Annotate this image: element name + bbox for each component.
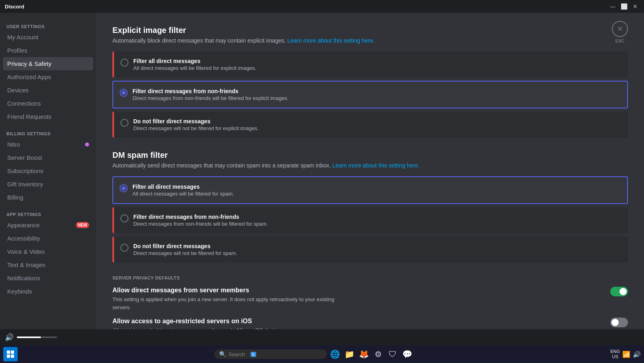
sidebar-label-billing: Billing xyxy=(7,194,23,201)
allow-dm-title: Allow direct messages from server member… xyxy=(112,287,337,294)
sidebar-item-nitro[interactable]: Nitro xyxy=(3,138,93,151)
sidebar-label-gift-inventory: Gift Inventory xyxy=(7,181,43,188)
explicit-option-non-friends-text: Filter direct messages from non-friends … xyxy=(132,88,289,101)
sidebar-item-authorized-apps[interactable]: Authorized Apps xyxy=(3,70,93,84)
svg-rect-1 xyxy=(11,351,14,354)
allow-dm-desc: This setting is applied when you join a … xyxy=(112,296,337,311)
maximize-button[interactable]: ⬜ xyxy=(620,2,628,10)
sidebar-item-profiles[interactable]: Profiles xyxy=(3,44,93,57)
allow-dm-toggle[interactable]: ✓ xyxy=(610,287,628,296)
explicit-filter-option-all[interactable]: Filter all direct messages All direct me… xyxy=(112,51,628,77)
taskbar-center: 🔍 Search b 🌐 📁 🦊 ⚙ 🛡 💬 xyxy=(214,348,414,361)
radio-spam-none xyxy=(120,244,128,252)
sidebar-item-privacy-safety[interactable]: Privacy & Safety xyxy=(3,57,93,70)
spam-option-all-text: Filter all direct messages All direct me… xyxy=(132,184,234,197)
taskbar-right: ENGUS 📶 🔊 xyxy=(610,349,641,359)
titlebar: Discord — ⬜ ✕ xyxy=(0,0,644,13)
spam-option-none-text: Do not filter direct messages Direct mes… xyxy=(133,243,237,256)
start-button[interactable] xyxy=(3,347,18,361)
sidebar-label-nitro: Nitro xyxy=(7,141,20,148)
dm-spam-link[interactable]: Learn more about this setting here. xyxy=(332,162,420,169)
explicit-filter-option-none[interactable]: Do not filter direct messages Direct mes… xyxy=(112,112,628,138)
main-content: ✕ ESC Explicit image filter Automaticall… xyxy=(96,13,644,329)
age-restricted-desc: After joining on desktop, view your serv… xyxy=(112,326,283,329)
explicit-filter-desc: Automatically block direct messages that… xyxy=(112,37,628,45)
sidebar-item-keybinds[interactable]: Keybinds xyxy=(3,285,93,298)
window-controls: — ⬜ ✕ xyxy=(609,2,639,10)
app-body: USER SETTINGS My Account Profiles Privac… xyxy=(0,13,644,329)
taskbar-icon-browser2[interactable]: 🦊 xyxy=(357,348,370,361)
age-restricted-row: Allow access to age-restricted servers o… xyxy=(112,318,628,329)
radio-inner-explicit-non-friends xyxy=(122,91,126,95)
explicit-filter-title: Explicit image filter xyxy=(112,26,628,35)
search-text: Search xyxy=(228,351,245,357)
sidebar-label-server-boost: Server Boost xyxy=(7,154,42,161)
taskbar-icon-settings[interactable]: ⚙ xyxy=(372,348,385,361)
sidebar-item-accessibility[interactable]: Accessibility xyxy=(3,232,93,245)
billing-settings-label: BILLING SETTINGS xyxy=(3,128,93,138)
close-button[interactable]: ✕ xyxy=(631,2,639,10)
sidebar-item-connections[interactable]: Connections xyxy=(3,97,93,110)
toggle-check-icon: ✓ xyxy=(622,289,626,294)
esc-label: ESC xyxy=(615,39,625,43)
svg-rect-2 xyxy=(7,355,10,358)
radio-inner-spam-all xyxy=(122,186,126,190)
sidebar: USER SETTINGS My Account Profiles Privac… xyxy=(0,13,96,329)
sidebar-item-server-boost[interactable]: Server Boost xyxy=(3,151,93,164)
sidebar-item-my-account[interactable]: My Account xyxy=(3,31,93,44)
sidebar-label-privacy-safety: Privacy & Safety xyxy=(7,60,51,67)
sidebar-label-text-images: Text & Images xyxy=(7,261,45,268)
taskbar-icon-discord[interactable]: 💬 xyxy=(401,348,414,361)
sidebar-item-notifications[interactable]: Notifications xyxy=(3,271,93,285)
sidebar-label-devices: Devices xyxy=(7,87,29,94)
sidebar-item-friend-requests[interactable]: Friend Requests xyxy=(3,110,93,123)
spam-filter-option-none[interactable]: Do not filter direct messages Direct mes… xyxy=(112,237,628,263)
spam-filter-option-all[interactable]: Filter all direct messages All direct me… xyxy=(112,176,628,204)
bottom-bar: 🔊 xyxy=(0,329,644,345)
taskbar-icon-browser[interactable]: 🌐 xyxy=(328,348,341,361)
new-badge-appearance: NEW xyxy=(76,222,89,228)
explicit-filter-option-non-friends[interactable]: Filter direct messages from non-friends … xyxy=(112,81,628,108)
taskbar-icon-shield[interactable]: 🛡 xyxy=(386,348,399,361)
esc-circle-icon: ✕ xyxy=(612,21,628,37)
minimize-button[interactable]: — xyxy=(609,2,617,10)
svg-rect-3 xyxy=(11,355,14,358)
esc-button[interactable]: ✕ ESC xyxy=(612,21,628,43)
radio-explicit-all xyxy=(120,59,128,67)
sidebar-label-appearance: Appearance xyxy=(7,222,40,228)
spam-filter-option-non-friends[interactable]: Filter direct messages from non-friends … xyxy=(112,207,628,233)
sidebar-item-voice-video[interactable]: Voice & Video xyxy=(3,245,93,258)
sidebar-item-subscriptions[interactable]: Subscriptions xyxy=(3,164,93,177)
sidebar-item-devices[interactable]: Devices xyxy=(3,84,93,97)
sidebar-label-authorized-apps: Authorized Apps xyxy=(7,73,51,80)
allow-dm-text: Allow direct messages from server member… xyxy=(112,287,337,311)
sidebar-label-friend-requests: Friend Requests xyxy=(7,113,51,120)
explicit-option-none-text: Do not filter direct messages Direct mes… xyxy=(133,118,259,131)
taskbar-left xyxy=(3,347,18,361)
sidebar-item-gift-inventory[interactable]: Gift Inventory xyxy=(3,177,93,191)
sidebar-label-accessibility: Accessibility xyxy=(7,235,40,242)
wifi-icon: 📶 xyxy=(622,351,630,358)
sidebar-item-appearance[interactable]: Appearance NEW xyxy=(3,218,93,232)
dm-spam-desc: Automatically send direct messages that … xyxy=(112,161,628,170)
taskbar-icon-files[interactable]: 📁 xyxy=(343,348,356,361)
server-privacy-label: SERVER PRIVACY DEFAULTS xyxy=(112,275,628,280)
sidebar-label-keybinds: Keybinds xyxy=(7,288,32,295)
explicit-option-all-text: Filter all direct messages All direct me… xyxy=(133,58,256,71)
allow-dm-row: Allow direct messages from server member… xyxy=(112,287,628,311)
nitro-dot-icon xyxy=(85,143,89,147)
radio-explicit-none xyxy=(120,119,128,127)
taskbar-search[interactable]: 🔍 Search b xyxy=(214,349,327,359)
svg-rect-0 xyxy=(7,351,10,354)
sidebar-label-connections: Connections xyxy=(7,100,41,107)
toggle-x-icon: ✕ xyxy=(612,320,615,325)
sidebar-label-my-account: My Account xyxy=(7,34,39,41)
sidebar-item-billing[interactable]: Billing xyxy=(3,191,93,204)
volume-taskbar-icon: 🔊 xyxy=(633,351,641,358)
volume-slider[interactable] xyxy=(17,336,57,338)
sidebar-item-text-images[interactable]: Text & Images xyxy=(3,258,93,271)
explicit-filter-link[interactable]: Learn more about this setting here. xyxy=(287,37,375,44)
sidebar-label-profiles: Profiles xyxy=(7,47,27,54)
age-restricted-toggle[interactable]: ✕ xyxy=(610,318,628,327)
dm-spam-title: DM spam filter xyxy=(112,151,628,160)
